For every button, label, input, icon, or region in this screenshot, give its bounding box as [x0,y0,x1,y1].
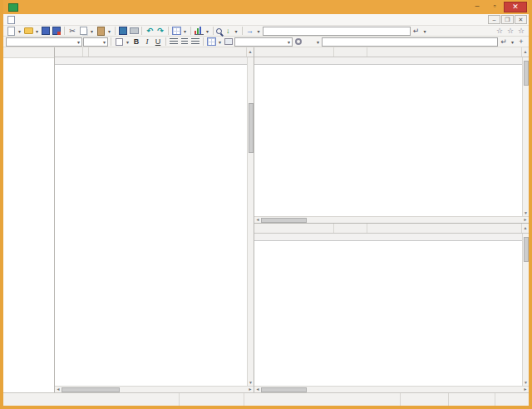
format-painter-button[interactable] [293,37,303,47]
maximize-button[interactable]: ▫ [486,2,503,12]
style-select[interactable]: ▾ [234,37,293,47]
chart3d-scroll-up-icon[interactable]: ▲ [522,225,529,231]
chart3d-hscroll-thumb[interactable] [261,387,307,392]
chart3d-vscroll-thumb[interactable] [524,237,529,262]
autosum-button[interactable] [304,37,314,47]
formula-bar[interactable] [322,37,498,47]
favorite-prev-button[interactable]: ☆ [505,27,515,36]
find-button[interactable] [216,27,225,36]
cell-formula-display[interactable] [89,47,234,57]
last-saved-status [244,393,401,406]
mdi-minimize-button[interactable]: – [488,15,500,24]
sheet-hscroll-thumb[interactable] [62,387,120,392]
new-file-dropdown[interactable]: ▾ [17,28,22,34]
italic-button[interactable]: I [142,37,152,47]
merge-cells-button[interactable] [224,37,234,47]
mdi-close-button[interactable]: ✕ [515,15,527,24]
name-box[interactable] [263,27,411,36]
chart2d-vertical-scrollbar[interactable]: ▼ [522,57,529,216]
undo-button[interactable]: ↶ [145,27,155,36]
cut-button[interactable]: ✂ [67,27,77,36]
align-right-button[interactable] [190,37,200,47]
paste-name-dropdown[interactable]: ▾ [422,28,428,34]
copy-button[interactable] [78,27,88,36]
paste-button[interactable] [96,27,106,36]
paste-dropdown[interactable]: ▾ [106,28,112,34]
zoom-level[interactable] [495,393,529,406]
values-mode[interactable] [401,393,449,406]
borders-dropdown[interactable]: ▾ [217,39,223,45]
sheet-vertical-scrollbar[interactable]: ▼ [247,57,254,386]
expand-formula-button[interactable]: + [516,37,526,47]
bold-button[interactable]: B [131,37,141,47]
chart3d-grid[interactable] [254,234,522,386]
underline-button[interactable]: U [153,37,163,47]
goto-button[interactable]: → [245,27,255,36]
open-button[interactable] [23,27,33,36]
time-series-chart[interactable] [277,66,521,212]
chart3d-split-handle[interactable] [509,224,522,233]
chart3d-cell-reference[interactable] [254,224,334,233]
chart2d-scroll-right-icon[interactable]: ► [522,217,529,223]
enter-formula-button[interactable]: ↵ [499,37,509,47]
table-button[interactable] [171,27,181,36]
split-handle[interactable] [234,47,247,57]
favorite-button[interactable]: ☆ [495,27,505,36]
chart2d-scroll-left-icon[interactable]: ◄ [254,217,261,223]
menu-bar: – ❐ ✕ [3,14,529,26]
chart2d-vscroll-thumb[interactable] [524,61,529,86]
redo-button[interactable]: ↷ [155,27,165,36]
borders-button[interactable] [206,37,216,47]
chart2d-horizontal-scrollbar[interactable]: ◄ ► [254,216,529,223]
sort-button[interactable]: ↓ [226,27,233,36]
chart3d-scroll-right-icon[interactable]: ► [522,387,529,392]
chart2d-scroll-up-icon[interactable]: ▲ [522,49,529,55]
scroll-down-icon[interactable]: ▼ [248,380,254,386]
chart2d-grid[interactable] [254,57,522,216]
favorite-next-button[interactable]: ☆ [516,27,526,36]
save-button[interactable] [41,27,51,36]
chart3d-scroll-left-icon[interactable]: ◄ [254,387,261,392]
insert-chart-dropdown[interactable]: ▾ [204,28,210,34]
sheet-vscroll-thumb[interactable] [249,103,254,153]
autosum-dropdown[interactable]: ▾ [315,39,321,45]
autocalc-mode[interactable] [449,393,495,406]
mdi-restore-button[interactable]: ❐ [501,15,514,24]
print-button[interactable] [129,27,139,36]
sort-dropdown[interactable]: ▾ [234,28,239,34]
paste-name-button[interactable]: ↵ [411,27,421,36]
bar3d-chart[interactable] [268,242,520,378]
copy-dropdown[interactable]: ▾ [89,28,95,34]
fill-color-dropdown[interactable]: ▾ [125,39,131,45]
font-family-select[interactable]: ▾ [6,37,82,47]
goto-dropdown[interactable]: ▾ [256,28,262,34]
font-size-select[interactable]: ▾ [83,37,108,47]
chart3d-vertical-scrollbar[interactable]: ▼ [522,234,529,386]
chart3d-scroll-down-icon[interactable]: ▼ [523,380,530,386]
cell-reference[interactable] [55,47,83,57]
fill-color-button[interactable] [114,37,124,47]
new-file-button[interactable] [6,27,16,36]
save-all-button[interactable] [52,27,62,36]
align-left-button[interactable] [169,37,179,47]
align-center-button[interactable] [180,37,190,47]
formula-dropdown[interactable]: ▾ [510,39,515,45]
document-icon[interactable] [7,16,15,24]
table-dropdown[interactable]: ▾ [182,28,188,34]
sheet-grid[interactable] [55,57,247,386]
close-button[interactable]: ✕ [504,2,527,12]
ready-status [3,393,180,406]
open-dropdown[interactable]: ▾ [34,28,40,34]
chart2d-scroll-down-icon[interactable]: ▼ [523,210,530,216]
export-button[interactable] [118,27,128,36]
chart2d-hscroll-thumb[interactable] [261,218,307,223]
insert-chart-button[interactable] [194,27,204,36]
scroll-left-icon[interactable]: ◄ [55,387,62,392]
chart3d-horizontal-scrollbar[interactable]: ◄ ► [254,386,529,392]
scroll-right-icon[interactable]: ► [247,387,254,392]
sheet-horizontal-scrollbar[interactable]: ◄ ► [55,386,254,392]
minimize-button[interactable]: – [469,2,485,12]
chart2d-cell-reference[interactable] [254,47,334,57]
scroll-up-icon[interactable]: ▲ [247,49,254,55]
chart2d-split-handle[interactable] [509,47,522,57]
